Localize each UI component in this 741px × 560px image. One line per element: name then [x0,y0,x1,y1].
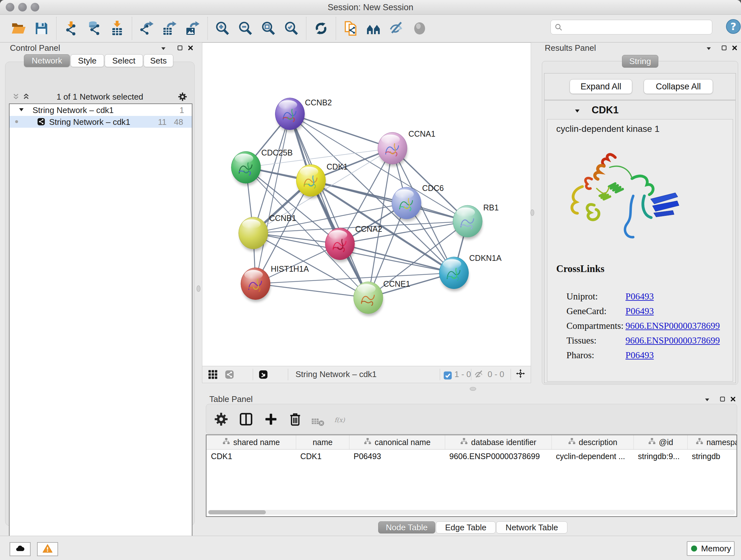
control-panel-float-button[interactable] [177,44,184,51]
tab-edge-table[interactable]: Edge Table [436,521,495,534]
node-label-CDC6: CDC6 [422,184,444,192]
column-header-name[interactable]: name [296,435,349,449]
crosslink-link[interactable]: 9606.ENSP00000378699 [625,320,720,331]
network-node-RB1[interactable] [453,205,482,240]
zoom-selected-button[interactable] [282,18,300,39]
network-node-CDKN1A[interactable] [440,257,469,291]
zoom-in-button[interactable] [213,18,232,39]
tab-sets[interactable]: Sets [144,54,173,67]
export-table-button[interactable] [160,18,179,39]
results-panel-menu-button[interactable] [705,45,712,52]
save-session-button[interactable] [32,18,51,39]
network-selection-status: 1 of 1 Network selected [5,92,194,102]
network-edge-CDK1-RB1[interactable] [311,180,468,221]
network-share-icon[interactable] [225,370,234,379]
column-header-description[interactable]: description [551,435,633,449]
cell-shared-name[interactable]: CDK1 [206,452,296,461]
zoom-out-button[interactable] [236,18,255,39]
table-options-gear-icon[interactable] [214,412,228,427]
tab-style[interactable]: Style [71,54,104,67]
crosslink-link[interactable]: P06493 [625,291,654,302]
birdseye-view-icon[interactable] [208,370,218,379]
results-panel-close-button[interactable] [731,44,738,51]
cell-description[interactable]: cyclin-dependent ... [551,452,633,461]
crosslink-link[interactable]: 9606.ENSP00000378699 [625,335,720,346]
search-input[interactable] [565,21,707,33]
network-node-HIST1H1A[interactable] [241,268,270,302]
export-image-button[interactable] [184,18,202,39]
collapse-all-button[interactable]: Collapse All [644,79,713,94]
hidden-elements-icon[interactable] [474,370,484,379]
left-splitter-handle[interactable] [197,286,200,292]
selected-checkbox[interactable] [443,371,451,378]
column-header-shared-name[interactable]: shared name [206,435,296,449]
show-all-button[interactable] [410,18,429,39]
expand-all-button[interactable]: Expand All [569,79,632,94]
import-table-from-file-button[interactable] [108,18,126,39]
network-edge-CCNB2-CCNA1[interactable] [290,114,392,148]
table-panel-close-button[interactable] [730,395,737,402]
table-panel-float-button[interactable] [719,395,726,402]
results-panel-float-button[interactable] [721,44,728,51]
network-collection-row[interactable]: String Network – cdk1 1 [10,104,192,116]
scrollbar-thumb[interactable] [208,510,266,514]
table-horizontal-scrollbar[interactable] [208,510,735,515]
network-node-CCNE1[interactable] [354,282,383,316]
network-edge-CDC25B-CDC6[interactable] [246,167,407,203]
network-canvas[interactable]: CCNB2CCNA1CDC25BCDK1CDC6RB1CCNB1CCNA2CDK… [202,43,531,366]
cloud-status-button[interactable] [10,542,30,556]
warnings-button[interactable] [37,542,58,556]
network-node-CDC25B[interactable] [231,151,261,186]
cell--id[interactable]: stringdb:9... [633,452,687,461]
crosslink-link[interactable]: P06493 [625,306,654,316]
crosslink-link[interactable]: P06493 [625,350,654,361]
network-row-selected[interactable]: String Network – cdk1 11 48 [10,116,192,128]
horizontal-splitter-handle[interactable] [470,387,476,391]
control-panel: Control Panel NetworkStyleSelectSets 1 o… [4,43,195,535]
right-splitter-handle[interactable] [530,209,534,216]
add-column-icon[interactable] [264,412,278,427]
network-edge-HIST1H1A-CCNE1[interactable] [256,284,368,298]
apply-layout-button[interactable] [312,18,330,39]
open-in-new-window-icon[interactable] [259,370,269,379]
memory-button[interactable]: Memory [687,541,735,556]
column-header-namespac[interactable]: namespac [687,435,737,449]
cell-database-identifier[interactable]: 9606.ENSP00000378699 [445,452,551,461]
duplicate-network-button[interactable] [341,18,360,39]
network-node-CCNB1[interactable] [239,217,268,251]
first-neighbors-button[interactable] [364,18,383,39]
network-node-CCNA1[interactable] [378,132,407,166]
tab-string[interactable]: String [622,55,658,68]
cell-canonical-name[interactable]: P06493 [349,452,445,461]
cell-namespac[interactable]: stringdb [687,452,737,461]
tab-network-table[interactable]: Network Table [496,521,567,534]
gene-entry-expander-icon[interactable] [574,108,581,115]
column-tree-icon [460,437,468,447]
zoom-fit-button[interactable] [259,18,278,39]
collection-expander-icon[interactable] [18,106,25,113]
network-node-CDC6[interactable] [392,187,421,221]
network-options-gear-icon[interactable] [178,92,187,102]
import-network-from-database-button[interactable] [85,18,104,39]
open-session-button[interactable] [9,18,28,39]
show-columns-icon[interactable] [239,412,253,427]
column-header--id[interactable]: @id [633,435,687,449]
delete-column-icon[interactable] [288,412,302,427]
import-network-from-file-button[interactable] [62,18,80,39]
network-node-CDK1[interactable] [296,165,326,199]
help-button[interactable]: ? [725,18,741,35]
control-panel-close-button[interactable] [187,44,194,51]
table-panel-menu-button[interactable] [704,396,711,403]
network-label: String Network – cdk1 [49,117,130,127]
tab-network[interactable]: Network [24,54,70,67]
cell-name[interactable]: CDK1 [296,452,349,461]
tab-select[interactable]: Select [105,54,143,67]
column-header-canonical-name[interactable]: canonical name [349,435,445,449]
fit-selected-crosshair-icon[interactable] [516,369,527,380]
table-row[interactable]: CDK1CDK1P064939606.ENSP00000378699cyclin… [206,449,737,463]
export-network-button[interactable] [138,18,156,39]
column-header-database-identifier[interactable]: database identifier [445,435,551,449]
hide-selected-button[interactable] [387,18,406,39]
control-panel-menu-button[interactable] [160,45,167,52]
tab-node-table[interactable]: Node Table [378,521,435,534]
